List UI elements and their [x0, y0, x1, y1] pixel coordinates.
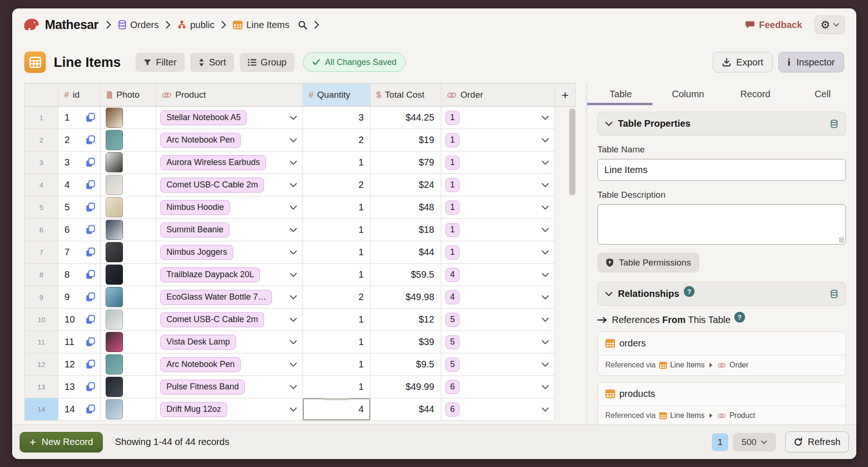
header-cell-photo[interactable]: Photo — [100, 83, 156, 107]
chevron-down-icon[interactable] — [542, 138, 549, 143]
product-cell[interactable]: Summit Beanie — [156, 219, 303, 241]
photo-thumbnail[interactable] — [106, 354, 123, 374]
product-pill[interactable]: Summit Beanie — [160, 223, 230, 237]
order-pill[interactable]: 1 — [445, 156, 459, 170]
chevron-down-icon[interactable] — [542, 340, 549, 345]
quantity-cell[interactable]: 1 — [303, 376, 371, 398]
quantity-cell[interactable]: 2 — [303, 129, 371, 151]
product-pill[interactable]: Drift Mug 12oz — [160, 402, 227, 417]
tab-record[interactable]: Record — [722, 83, 789, 105]
order-cell[interactable]: 4 — [441, 286, 555, 309]
photo-cell[interactable] — [100, 309, 156, 331]
mathesar-logo[interactable]: Mathesar — [23, 17, 99, 32]
related-table-link[interactable]: products — [598, 382, 846, 406]
row-number-cell[interactable]: 6 — [24, 219, 58, 241]
order-pill[interactable]: 5 — [445, 358, 459, 372]
photo-thumbnail[interactable] — [106, 242, 123, 262]
chevron-down-icon[interactable] — [290, 407, 297, 412]
order-cell[interactable]: 6 — [441, 398, 555, 421]
relationships-section-header[interactable]: Relationships ? — [597, 282, 846, 306]
order-pill[interactable]: 4 — [445, 290, 459, 304]
photo-thumbnail[interactable] — [106, 265, 123, 285]
order-cell[interactable]: 4 — [441, 264, 555, 286]
id-cell[interactable]: 12 — [58, 353, 100, 376]
total-cost-cell[interactable]: $12 — [371, 309, 441, 331]
product-cell[interactable]: Stellar Notebook A5 — [156, 107, 303, 129]
id-cell[interactable]: 4 — [58, 174, 100, 196]
chevron-down-icon[interactable] — [290, 273, 297, 277]
photo-thumbnail[interactable] — [106, 130, 123, 150]
quantity-cell[interactable]: 2 — [303, 286, 371, 309]
row-number-cell[interactable]: 1 — [24, 107, 58, 129]
chevron-down-icon[interactable] — [542, 205, 549, 210]
total-cost-cell[interactable]: $49.98 — [371, 286, 441, 309]
quantity-cell[interactable]: 3 — [303, 107, 371, 129]
chevron-down-icon[interactable] — [542, 317, 549, 322]
photo-cell[interactable] — [100, 151, 156, 174]
table-properties-section-header[interactable]: Table Properties — [597, 112, 846, 136]
table-permissions-button[interactable]: Table Permissions — [597, 252, 699, 273]
id-cell[interactable]: 8 — [58, 264, 100, 286]
product-cell[interactable]: Aurora Wireless Earbuds — [156, 151, 303, 174]
filter-button[interactable]: Filter — [136, 53, 184, 72]
product-cell[interactable]: Pulse Fitness Band — [156, 376, 303, 398]
photo-thumbnail[interactable] — [106, 332, 123, 352]
product-pill[interactable]: Stellar Notebook A5 — [160, 110, 247, 125]
product-cell[interactable]: Arc Notebook Pen — [156, 129, 303, 151]
order-pill[interactable]: 1 — [445, 111, 459, 125]
total-cost-cell[interactable]: $9.5 — [371, 353, 441, 376]
order-cell[interactable]: 1 — [441, 151, 555, 174]
row-number-cell[interactable]: 13 — [24, 376, 58, 398]
photo-cell[interactable] — [100, 241, 156, 264]
order-pill[interactable]: 1 — [445, 133, 459, 147]
row-number-cell[interactable]: 11 — [24, 331, 58, 353]
sort-button[interactable]: Sort — [190, 53, 234, 72]
order-pill[interactable]: 5 — [445, 335, 459, 349]
table-description-textarea[interactable] — [597, 204, 846, 244]
chevron-down-icon[interactable] — [542, 160, 549, 165]
row-number-cell[interactable]: 8 — [24, 264, 58, 286]
header-cell-quantity[interactable]: # Quantity — [303, 83, 371, 107]
product-cell[interactable]: Nimbus Joggers — [156, 241, 303, 264]
chevron-down-icon[interactable] — [542, 273, 549, 277]
chevron-down-icon[interactable] — [542, 385, 549, 389]
page-size-select[interactable]: 500 — [733, 433, 776, 452]
order-cell[interactable]: 1 — [441, 129, 555, 151]
product-cell[interactable]: EcoGlass Water Bottle 7… — [156, 286, 303, 309]
row-number-cell[interactable]: 4 — [24, 174, 58, 196]
chevron-down-icon[interactable] — [290, 317, 297, 322]
product-pill[interactable]: Nimbus Hoodie — [160, 200, 230, 215]
id-cell[interactable]: 7 — [58, 241, 100, 264]
id-cell[interactable]: 10 — [58, 309, 100, 331]
header-cell-order[interactable]: Order — [441, 83, 555, 107]
tab-table[interactable]: Table — [587, 83, 654, 105]
chevron-down-icon[interactable] — [542, 295, 549, 300]
breadcrumb-expand-icon[interactable] — [314, 21, 319, 29]
photo-thumbnail[interactable] — [106, 287, 123, 307]
breadcrumb-item-schema[interactable]: public — [177, 20, 215, 30]
photo-cell[interactable] — [100, 174, 156, 196]
product-pill[interactable]: Arc Notebook Pen — [160, 133, 241, 148]
tab-column[interactable]: Column — [654, 83, 722, 105]
copy-record-icon[interactable] — [86, 270, 95, 280]
chevron-down-icon[interactable] — [290, 250, 297, 255]
product-cell[interactable]: Vista Desk Lamp — [156, 331, 303, 353]
quantity-cell[interactable]: 1 — [303, 331, 371, 353]
copy-record-icon[interactable] — [86, 292, 95, 302]
header-cell-id[interactable]: # id — [58, 83, 100, 107]
photo-thumbnail[interactable] — [106, 152, 123, 172]
copy-record-icon[interactable] — [86, 382, 95, 392]
chevron-down-icon[interactable] — [542, 362, 549, 367]
header-cell-total-cost[interactable]: $ Total Cost — [371, 83, 441, 107]
product-pill[interactable]: Nimbus Joggers — [160, 245, 233, 260]
chevron-down-icon[interactable] — [290, 385, 297, 389]
photo-cell[interactable] — [100, 107, 156, 129]
photo-thumbnail[interactable] — [106, 108, 123, 128]
order-cell[interactable]: 5 — [441, 331, 555, 353]
copy-record-icon[interactable] — [86, 247, 95, 257]
copy-record-icon[interactable] — [86, 180, 95, 190]
row-number-cell[interactable]: 7 — [24, 241, 58, 264]
settings-menu-button[interactable]: ⚙ — [814, 15, 845, 34]
row-number-cell[interactable]: 9 — [24, 286, 58, 309]
copy-record-icon[interactable] — [86, 359, 95, 369]
